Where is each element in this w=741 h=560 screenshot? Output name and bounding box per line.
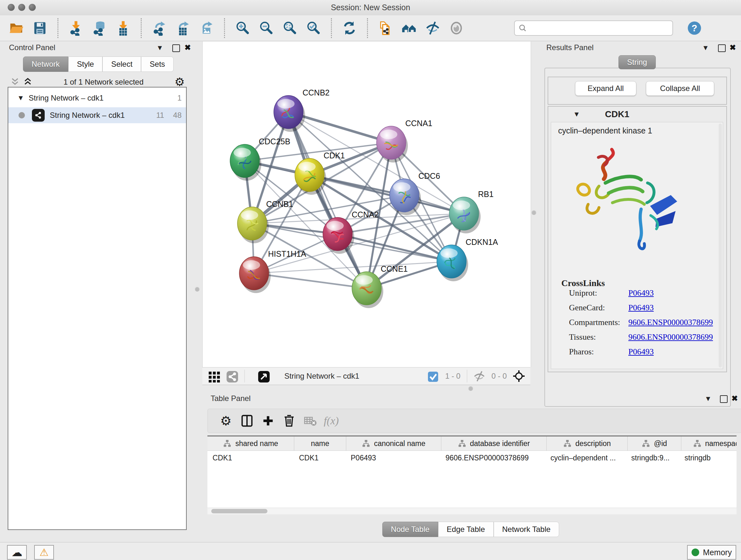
add-column-icon[interactable] (258, 412, 279, 430)
column-header-description[interactable]: description (547, 436, 628, 450)
network-node-CDC25B[interactable]: CDC25B (230, 137, 290, 181)
control-panel-float-icon[interactable]: ▼ (156, 44, 163, 52)
crosslink-value-link[interactable]: 9606.ENSP00000378699 (628, 318, 713, 327)
import-network-from-file-button[interactable] (64, 18, 88, 38)
crosslink-value-link[interactable]: 9606.ENSP00000378699 (628, 332, 713, 342)
tab-node-table[interactable]: Node Table (382, 522, 438, 537)
collapse-all-button[interactable]: Collapse All (646, 81, 714, 96)
control-panel-maximize-icon[interactable] (172, 44, 180, 52)
network-node-CCNA1[interactable]: CCNA1 (377, 119, 432, 163)
table-hscrollbar[interactable] (207, 508, 737, 514)
help-button[interactable]: ? (683, 18, 706, 38)
network-edge-CCNB2-CCNE1[interactable] (288, 112, 367, 288)
table-cell[interactable]: cyclin–dependent ... (545, 451, 626, 465)
import-network-from-database-button[interactable] (88, 18, 111, 38)
network-view-canvas[interactable]: CCNB2CCNA1CDC25BCDK1CDC6RB1CCNB1CCNA2CDK… (202, 42, 531, 367)
network-node-CDKN1A[interactable]: CDKN1A (437, 238, 498, 281)
control-panel-title: Control Panel (9, 43, 55, 52)
memory-button[interactable]: Memory (687, 545, 736, 560)
bottom-splitter-handle[interactable] (468, 386, 473, 390)
open-in-new-window-icon[interactable] (258, 370, 270, 382)
column-header-databaseidentifier[interactable]: database identifier (441, 436, 547, 450)
network-edge-HIST1H1A-CCNE1[interactable] (254, 273, 367, 288)
expand-all-button[interactable]: Expand All (575, 81, 636, 96)
zoom-in-button[interactable] (231, 18, 254, 38)
cloud-button[interactable]: ☁ (7, 545, 27, 560)
crosslink-value-link[interactable]: P06493 (628, 288, 654, 298)
crosslink-value-link[interactable]: P06493 (628, 347, 654, 357)
left-splitter-handle[interactable] (195, 287, 199, 291)
export-network-button[interactable] (147, 18, 171, 38)
tab-network-table[interactable]: Network Table (494, 522, 559, 537)
search-field[interactable] (514, 20, 673, 36)
column-header-name[interactable]: name (294, 436, 346, 450)
export-image-button[interactable] (195, 18, 218, 38)
tab-style[interactable]: Style (68, 57, 103, 72)
clone-network-button[interactable] (374, 18, 397, 38)
birdseye-toggle-icon[interactable] (513, 370, 525, 382)
table-cell[interactable]: stringdb (679, 451, 737, 465)
delete-column-icon[interactable] (279, 412, 300, 430)
collapse-all-networks-icon[interactable] (10, 77, 20, 87)
network-node-RB1[interactable]: RB1 (449, 190, 494, 233)
network-row-selected[interactable]: String Network – cdk1 11 48 (8, 107, 186, 123)
table-cell[interactable]: CDK1 (207, 451, 294, 465)
crosslink-row-uniprot: Uniprot:P06493 (551, 288, 723, 303)
table-cell[interactable]: P06493 (346, 451, 441, 465)
export-table-button[interactable] (171, 18, 195, 38)
column-header-id[interactable]: @id (628, 436, 681, 450)
gene-card-header[interactable]: ▼ CDK1 (548, 107, 726, 122)
refresh-button[interactable] (338, 18, 361, 38)
network-node-CDC6[interactable]: CDC6 (390, 172, 440, 215)
collection-count: 1 (178, 94, 182, 103)
column-header-sharedname[interactable]: shared name (207, 436, 294, 450)
table-cell[interactable]: 9606.ENSP00000378699 (441, 451, 545, 465)
table-cell[interactable]: stringdb:9... (626, 451, 679, 465)
network-edge-CDK1-RB1[interactable] (310, 175, 464, 213)
search-input[interactable] (527, 23, 656, 33)
string-style-icon[interactable] (226, 370, 239, 382)
results-panel-close-icon[interactable]: ✖ (730, 43, 736, 52)
control-panel-close-icon[interactable]: ✖ (185, 43, 191, 52)
zoom-fit-button[interactable] (278, 18, 301, 38)
table-hscrollbar-thumb[interactable] (211, 509, 267, 513)
tab-sets[interactable]: Sets (141, 57, 174, 72)
table-panel-title: Table Panel (211, 394, 251, 403)
tab-select[interactable]: Select (103, 57, 141, 72)
network-node-CCNB2[interactable]: CCNB2 (274, 88, 330, 132)
hide-graphics-details-button[interactable] (421, 18, 445, 38)
table-row[interactable]: CDK1CDK1P064939606.ENSP00000378699cyclin… (207, 451, 737, 465)
network-node-CCNE1[interactable]: CCNE1 (352, 264, 408, 308)
table-panel-close-icon[interactable]: ✖ (731, 394, 738, 403)
right-splitter-handle[interactable] (532, 210, 536, 214)
show-columns-icon[interactable] (237, 412, 258, 430)
selected-checkbox-icon[interactable] (427, 370, 440, 382)
column-header-canonicalname[interactable]: canonical name (346, 436, 441, 450)
gene-expander-icon[interactable]: ▼ (573, 110, 580, 118)
zoom-selected-button[interactable] (301, 18, 325, 38)
tab-network[interactable]: Network (23, 57, 68, 72)
results-scrollbar[interactable] (719, 124, 722, 368)
birdseye-view-button[interactable] (445, 18, 468, 38)
zoom-out-button[interactable] (254, 18, 278, 38)
table-options-gear-icon[interactable]: ⚙ (215, 412, 237, 430)
warnings-button[interactable]: ⚠ (34, 545, 54, 560)
expand-all-networks-icon[interactable] (23, 77, 32, 87)
tab-edge-table[interactable]: Edge Table (438, 522, 494, 537)
collection-expander-icon[interactable]: ▼ (17, 94, 24, 102)
crosslink-value-link[interactable]: P06493 (628, 303, 654, 313)
network-collection-row[interactable]: ▼ String Network – cdk1 1 (8, 90, 186, 106)
results-panel-maximize-icon[interactable] (718, 44, 726, 52)
table-panel-float-icon[interactable]: ▼ (704, 395, 712, 403)
network-node-CCNB1[interactable]: CCNB1 (238, 199, 293, 243)
table-panel-maximize-icon[interactable] (720, 395, 728, 403)
import-table-from-file-button[interactable] (111, 18, 135, 38)
tab-string[interactable]: String (618, 55, 656, 69)
open-session-button[interactable] (4, 18, 28, 38)
column-header-namespace[interactable]: namespace (681, 436, 737, 450)
table-cell[interactable]: CDK1 (294, 451, 346, 465)
two-houses-button[interactable] (397, 18, 421, 38)
save-session-button[interactable] (28, 18, 52, 38)
results-panel-float-icon[interactable]: ▼ (702, 44, 709, 52)
grid-view-icon[interactable] (208, 370, 221, 382)
